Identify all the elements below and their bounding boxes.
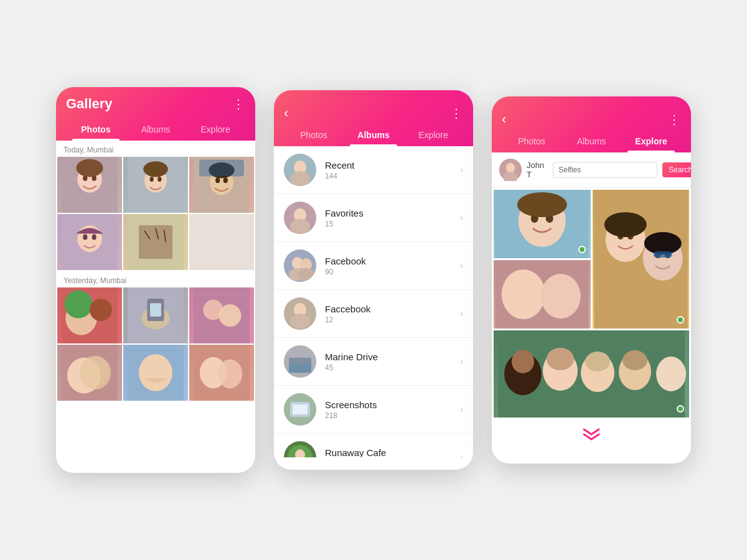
album-info: Facebook 90 [325, 256, 460, 276]
search-button[interactable]: Search [662, 162, 691, 177]
album-list: Recent 144 › Favorites 15 › [274, 146, 473, 457]
album-info: Favorites 15 [325, 208, 460, 228]
photo-row [56, 345, 255, 401]
album-info: Marine Drive 45 [325, 352, 460, 372]
album-thumbnail [284, 297, 316, 330]
svg-point-43 [218, 359, 243, 388]
photo-thumb [189, 214, 254, 270]
photo-thumb[interactable] [57, 214, 122, 270]
svg-point-98 [622, 350, 647, 370]
photo-thumb[interactable] [57, 345, 122, 401]
photo-thumb[interactable] [123, 157, 188, 213]
album-name: Favorites [325, 208, 460, 218]
svg-point-96 [585, 352, 610, 371]
chevron-icon: › [460, 212, 463, 223]
album-thumbnail [284, 154, 316, 186]
explore-photo-grid [492, 188, 691, 419]
svg-rect-32 [150, 303, 161, 317]
album-count: 144 [325, 172, 460, 180]
explore-photo-cell[interactable] [494, 190, 591, 258]
album-thumbnail [284, 250, 316, 282]
back-icon[interactable]: ‹ [284, 105, 288, 121]
svg-point-49 [290, 219, 310, 234]
svg-rect-86 [653, 251, 672, 258]
album-count: 90 [325, 268, 460, 276]
photo-thumb[interactable] [57, 287, 122, 343]
photo-thumb[interactable] [123, 287, 188, 343]
album-item-facebook[interactable]: Facebook 90 › [274, 242, 473, 290]
svg-point-35 [219, 304, 242, 327]
chevron-icon: › [460, 308, 463, 319]
album-name: Faccebook [325, 304, 460, 314]
scroll-down-icon[interactable] [492, 419, 691, 449]
photo-row [56, 214, 255, 270]
tab-albums[interactable]: Albums [126, 118, 186, 141]
tab-explore[interactable]: Explore [186, 118, 245, 141]
user-name: John T [527, 161, 544, 179]
svg-point-89 [541, 274, 581, 319]
album-count: 15 [325, 220, 460, 228]
album-item-runaway[interactable]: Runaway Cafe 876 › [274, 434, 473, 457]
tab-albums-2[interactable]: Albums [344, 124, 403, 146]
albums-tabs: Photos Albums Explore [284, 124, 463, 146]
more-options-icon[interactable]: ⋮ [668, 112, 681, 127]
tab-albums-3[interactable]: Albums [561, 130, 621, 152]
search-input[interactable] [553, 162, 657, 178]
gallery-tabs: Photos Albums Explore [66, 118, 245, 141]
photo-thumb[interactable] [123, 345, 188, 401]
svg-point-18 [83, 234, 87, 240]
photo-thumb[interactable] [189, 345, 254, 401]
svg-point-81 [604, 212, 646, 237]
photo-grid-section: Today, Mumbai [56, 141, 255, 458]
photo-thumb[interactable] [189, 157, 254, 213]
explore-photo-cell[interactable] [494, 330, 689, 418]
album-thumbnail [284, 202, 316, 234]
more-options-icon[interactable]: ⋮ [232, 96, 245, 111]
album-count: 218 [325, 411, 460, 420]
svg-point-13 [223, 177, 228, 183]
svg-point-88 [502, 269, 545, 319]
phone-albums: ‹ ⋮ Photos Albums Explore Recen [274, 90, 473, 470]
album-item-faccebook[interactable]: Faccebook 12 › [274, 290, 473, 338]
svg-point-7 [150, 177, 154, 182]
online-indicator [677, 405, 684, 413]
explore-photo-cell[interactable] [593, 190, 690, 329]
album-item-favorites[interactable]: Favorites 15 › [274, 194, 473, 242]
photo-thumb[interactable] [57, 157, 122, 213]
explore-photo-cell[interactable] [494, 260, 591, 329]
svg-point-9 [143, 161, 168, 177]
svg-point-46 [290, 171, 310, 186]
photo-thumb[interactable] [189, 287, 254, 343]
date-today: Today, Mumbai [56, 141, 255, 157]
tab-explore-3[interactable]: Explore [621, 130, 681, 152]
album-count: 45 [325, 363, 460, 372]
svg-point-12 [215, 177, 220, 183]
album-info: Runaway Cafe 876 [325, 447, 460, 458]
svg-rect-62 [293, 404, 308, 414]
album-name: Marine Drive [325, 352, 460, 362]
svg-point-40 [139, 354, 172, 391]
svg-point-94 [547, 348, 574, 370]
online-indicator [677, 316, 684, 324]
back-icon[interactable]: ‹ [502, 111, 506, 128]
album-item-recent[interactable]: Recent 144 › [274, 146, 473, 194]
svg-rect-15 [199, 160, 244, 177]
album-name: Recent [325, 160, 460, 170]
svg-point-70 [506, 163, 515, 173]
chevron-icon: › [460, 452, 463, 457]
more-options-icon[interactable]: ⋮ [450, 106, 463, 121]
svg-point-28 [90, 299, 112, 321]
photo-thumb[interactable] [123, 214, 188, 270]
explore-tabs: Photos Albums Explore [502, 130, 681, 152]
tab-photos[interactable]: Photos [66, 118, 126, 141]
album-item-screenshots[interactable]: Screenshots 218 › [274, 386, 473, 434]
album-thumbnail [284, 345, 316, 378]
tab-explore-2[interactable]: Explore [403, 124, 463, 146]
chevron-icon: › [460, 356, 463, 367]
tab-photos-3[interactable]: Photos [502, 130, 561, 152]
album-thumbnail [284, 393, 316, 426]
chevron-icon: › [460, 260, 463, 271]
svg-point-38 [80, 356, 111, 390]
album-item-marine[interactable]: Marine Drive 45 › [274, 338, 473, 386]
tab-photos-2[interactable]: Photos [284, 124, 344, 146]
